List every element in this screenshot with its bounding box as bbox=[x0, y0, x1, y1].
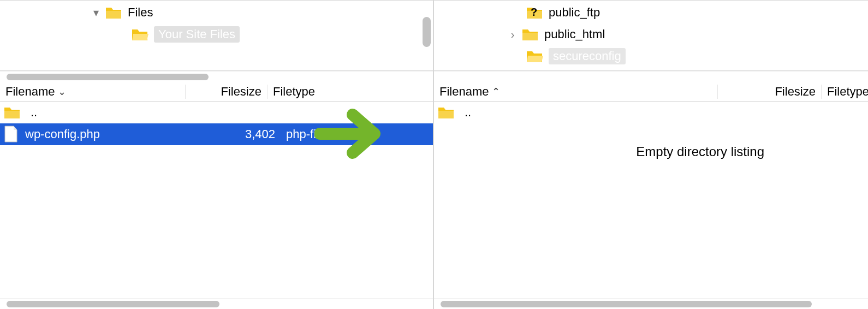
tree-label: public_ftp bbox=[549, 5, 600, 20]
sort-desc-icon: ⌄ bbox=[58, 86, 66, 98]
folder-icon bbox=[437, 105, 455, 120]
local-tree[interactable]: ▾ Files Your Site Files bbox=[0, 0, 433, 71]
horizontal-scrollbar-track[interactable] bbox=[434, 298, 868, 309]
remote-tree[interactable]: ? public_ftp › public_html secureconfig bbox=[434, 0, 868, 71]
parent-directory-row[interactable]: .. bbox=[434, 102, 868, 123]
tree-item-secureconfig[interactable]: secureconfig bbox=[434, 45, 868, 67]
column-filename[interactable]: Filename ⌃ bbox=[434, 85, 718, 99]
transfer-arrow-icon bbox=[314, 104, 396, 167]
column-filetype[interactable]: Filetype bbox=[267, 85, 433, 99]
folder-question-icon: ? bbox=[526, 5, 543, 20]
horizontal-scrollbar-track[interactable] bbox=[434, 71, 868, 82]
vertical-scrollbar[interactable] bbox=[423, 17, 431, 47]
folder-icon bbox=[521, 27, 539, 41]
local-columns: Filename ⌄ Filesize Filetype bbox=[0, 82, 433, 102]
parent-dots: .. bbox=[465, 105, 471, 120]
sort-asc-icon: ⌃ bbox=[492, 86, 500, 98]
tree-label: secureconfig bbox=[549, 48, 626, 64]
parent-dots: .. bbox=[31, 105, 37, 120]
folder-icon bbox=[3, 105, 21, 120]
file-size: 3,402 bbox=[199, 127, 281, 141]
chevron-right-icon[interactable]: › bbox=[504, 28, 521, 41]
horizontal-scrollbar-thumb[interactable] bbox=[441, 301, 812, 307]
tree-item-files[interactable]: ▾ Files bbox=[0, 2, 433, 23]
tree-item-public-html[interactable]: › public_html bbox=[434, 23, 868, 45]
tree-label: Files bbox=[128, 5, 153, 20]
tree-item-public-ftp[interactable]: ? public_ftp bbox=[434, 2, 868, 23]
column-filesize[interactable]: Filesize bbox=[186, 85, 267, 99]
horizontal-scrollbar-track[interactable] bbox=[0, 298, 433, 309]
tree-label: Your Site Files bbox=[154, 26, 240, 43]
tree-label: public_html bbox=[544, 27, 605, 41]
column-filetype[interactable]: Filetype bbox=[822, 85, 868, 99]
remote-file-list[interactable]: .. Empty directory listing bbox=[434, 102, 868, 298]
folder-icon bbox=[105, 5, 122, 20]
column-filename[interactable]: Filename ⌄ bbox=[0, 85, 186, 99]
empty-directory-message: Empty directory listing bbox=[434, 144, 868, 159]
tree-item-your-site-files[interactable]: Your Site Files bbox=[0, 23, 433, 45]
folder-open-icon bbox=[526, 49, 543, 63]
horizontal-scrollbar-thumb[interactable] bbox=[7, 301, 219, 307]
column-filesize[interactable]: Filesize bbox=[718, 85, 822, 99]
horizontal-scrollbar-track[interactable] bbox=[0, 71, 433, 82]
remote-pane: ? public_ftp › public_html secureconfig bbox=[434, 0, 868, 309]
folder-open-icon bbox=[131, 27, 148, 41]
remote-columns: Filename ⌃ Filesize Filetype Last modi bbox=[434, 82, 868, 102]
file-icon bbox=[3, 126, 19, 143]
file-name: wp-config.php bbox=[25, 127, 199, 141]
horizontal-scrollbar-thumb[interactable] bbox=[7, 74, 209, 80]
chevron-down-icon[interactable]: ▾ bbox=[87, 6, 105, 19]
